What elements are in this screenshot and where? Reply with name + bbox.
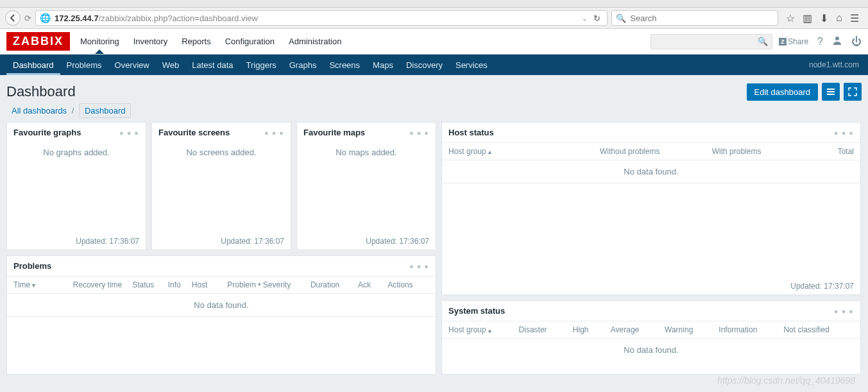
widget-footer: Updated: 17:37:07: [442, 278, 860, 294]
url-host: 172.25.44.7: [55, 13, 99, 23]
list-icon: [826, 87, 835, 96]
problems-table-head: Time Recovery time Status Info Host Prob…: [7, 276, 436, 294]
zabbix-logo[interactable]: ZABBIX: [6, 32, 70, 51]
widget-body: No maps added.: [297, 142, 436, 233]
refresh-small-icon[interactable]: ⟳: [24, 13, 31, 23]
widget-fav-screens: Favourite screens ● ● ● No screens added…: [151, 122, 291, 250]
host-table-head: Host group Without problems With problem…: [442, 142, 860, 160]
fullscreen-icon: [848, 87, 857, 96]
z-icon: Z: [779, 38, 787, 46]
search-icon[interactable]: 🔍: [758, 37, 768, 46]
menu-inventory[interactable]: Inventory: [132, 30, 169, 53]
browser-search[interactable]: 🔍: [611, 10, 778, 26]
submenu-services[interactable]: Services: [449, 55, 494, 75]
widget-menu-icon[interactable]: ● ● ●: [409, 129, 429, 137]
widget-body: No screens added.: [152, 142, 291, 233]
submenu-web[interactable]: Web: [156, 55, 186, 75]
col-high[interactable]: High: [573, 325, 611, 334]
col-information[interactable]: Information: [719, 325, 783, 334]
url-path: /zabbix/zabbix.php?action=dashboard.view: [99, 13, 258, 23]
col-total[interactable]: Total: [790, 147, 854, 156]
globe-icon: 🌐: [40, 13, 51, 23]
browser-chrome: ⟳ 🌐 172.25.44.7/zabbix/zabbix.php?action…: [0, 0, 868, 29]
col-info[interactable]: Info: [168, 280, 192, 289]
col-average[interactable]: Average: [611, 325, 665, 334]
col-actions[interactable]: Actions: [387, 280, 429, 289]
edit-dashboard-button[interactable]: Edit dashboard: [747, 83, 818, 101]
widget-problems: Problems ● ● ● Time Recovery time Status…: [6, 255, 436, 375]
reload-icon[interactable]: ↻: [591, 13, 603, 23]
power-icon[interactable]: ⏻: [851, 36, 862, 47]
library-icon[interactable]: ▥: [803, 12, 812, 24]
widget-menu-icon[interactable]: ● ● ●: [119, 129, 139, 137]
host-no-data: No data found.: [442, 160, 860, 183]
widget-title: Host status: [448, 128, 494, 137]
submenu-triggers[interactable]: Triggers: [240, 55, 283, 75]
menu-reports[interactable]: Reports: [180, 30, 212, 53]
url-bar[interactable]: 🌐 172.25.44.7/zabbix/zabbix.php?action=d…: [35, 10, 608, 26]
menu-configuration[interactable]: Configuration: [224, 30, 276, 53]
submenu-screens[interactable]: Screens: [323, 55, 366, 75]
help-icon[interactable]: ?: [817, 36, 823, 47]
submenu-overview[interactable]: Overview: [108, 55, 156, 75]
col-without[interactable]: Without problems: [577, 147, 683, 156]
submenu: Dashboard Problems Overview Web Latest d…: [0, 55, 868, 75]
submenu-dashboard[interactable]: Dashboard: [6, 55, 60, 75]
col-notclassified[interactable]: Not classified: [783, 325, 854, 334]
breadcrumb-current: Dashboard: [79, 103, 132, 118]
widget-menu-icon[interactable]: ● ● ●: [834, 307, 854, 315]
sys-no-data: No data found.: [442, 339, 860, 361]
problems-no-data: No data found.: [7, 294, 436, 317]
submenu-problems[interactable]: Problems: [60, 55, 108, 75]
col-disaster[interactable]: Disaster: [519, 325, 573, 334]
submenu-discovery[interactable]: Discovery: [400, 55, 449, 75]
widget-menu-icon[interactable]: ● ● ●: [264, 129, 284, 137]
submenu-latestdata[interactable]: Latest data: [185, 55, 239, 75]
share-button[interactable]: Z Share: [779, 37, 808, 46]
submenu-maps[interactable]: Maps: [366, 55, 400, 75]
menu-monitoring[interactable]: Monitoring: [79, 30, 121, 53]
submenu-graphs[interactable]: Graphs: [283, 55, 323, 75]
downloads-icon[interactable]: ⬇: [820, 12, 828, 24]
col-recovery[interactable]: Recovery time: [73, 280, 133, 289]
widget-title: Favourite screens: [158, 128, 230, 137]
browser-address-row: ⟳ 🌐 172.25.44.7/zabbix/zabbix.php?action…: [0, 8, 868, 28]
app-header: ZABBIX Monitoring Inventory Reports Conf…: [0, 29, 868, 55]
menu-list-button[interactable]: [822, 83, 840, 101]
breadcrumb-sep: /: [72, 106, 74, 115]
widget-title: System status: [448, 306, 505, 316]
widget-footer: Updated: 17:36:07: [7, 233, 146, 250]
arrow-left-icon: [9, 14, 17, 22]
user-icon[interactable]: [832, 35, 842, 48]
menu-icon[interactable]: ☰: [850, 12, 859, 24]
sys-table-head: Host group Disaster High Average Warning…: [442, 321, 860, 339]
widget-footer: Updated: 17:36:07: [152, 233, 291, 250]
widget-title: Problems: [13, 261, 51, 271]
col-with[interactable]: With problems: [683, 147, 790, 156]
widget-fav-maps: Favourite maps ● ● ● No maps added. Upda…: [296, 122, 436, 250]
breadcrumb-root[interactable]: All dashboards: [12, 106, 67, 115]
breadcrumbs: All dashboards / Dashboard: [0, 106, 868, 122]
svg-point-0: [835, 37, 839, 40]
widget-menu-icon[interactable]: ● ● ●: [834, 129, 854, 137]
node-label: node1.wtt.com: [809, 60, 862, 69]
col-ack[interactable]: Ack: [358, 280, 387, 289]
col-hostgroup[interactable]: Host group: [448, 147, 577, 156]
col-problem-severity[interactable]: Problem • Severity: [227, 280, 311, 289]
col-hostgroup[interactable]: Host group: [448, 325, 519, 334]
dropdown-icon[interactable]: ⌄: [582, 15, 587, 22]
menu-administration[interactable]: Administration: [287, 30, 343, 53]
fullscreen-button[interactable]: [844, 83, 862, 101]
browser-toolbar: ☆ ▥ ⬇ ⌂ ☰: [782, 12, 863, 24]
col-time[interactable]: Time: [13, 280, 73, 289]
col-duration[interactable]: Duration: [311, 280, 358, 289]
bookmark-icon[interactable]: ☆: [786, 12, 795, 24]
back-button[interactable]: [5, 10, 21, 26]
browser-search-input[interactable]: [630, 13, 774, 23]
col-status[interactable]: Status: [132, 280, 168, 289]
app-search[interactable]: 🔍: [651, 34, 772, 49]
col-host[interactable]: Host: [192, 280, 228, 289]
home-icon[interactable]: ⌂: [836, 12, 842, 24]
widget-menu-icon[interactable]: ● ● ●: [409, 262, 429, 270]
col-warning[interactable]: Warning: [665, 325, 719, 334]
